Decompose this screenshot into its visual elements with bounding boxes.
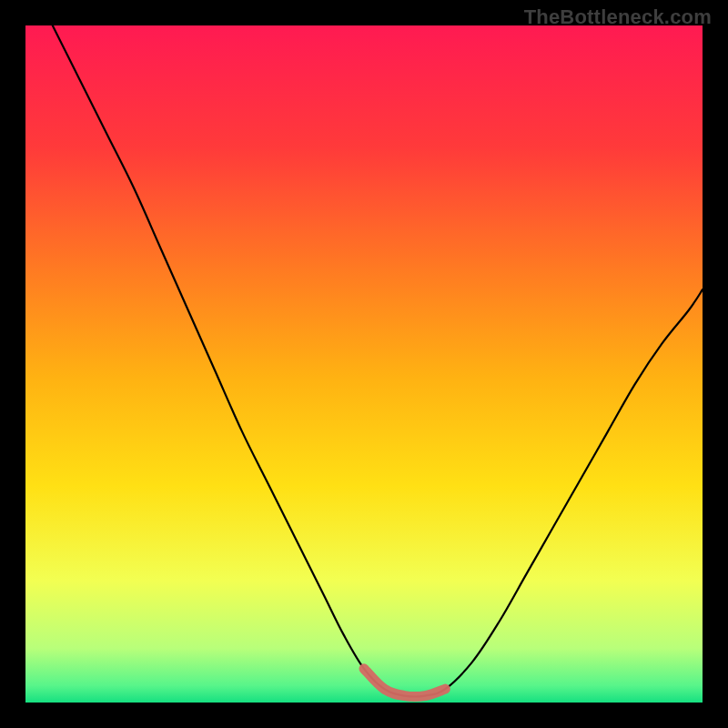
- plot-area: [25, 25, 703, 703]
- chart-frame: TheBottleneck.com: [0, 0, 728, 728]
- chart-svg: [25, 25, 703, 703]
- gradient-background: [25, 25, 703, 703]
- watermark-text: TheBottleneck.com: [524, 5, 712, 29]
